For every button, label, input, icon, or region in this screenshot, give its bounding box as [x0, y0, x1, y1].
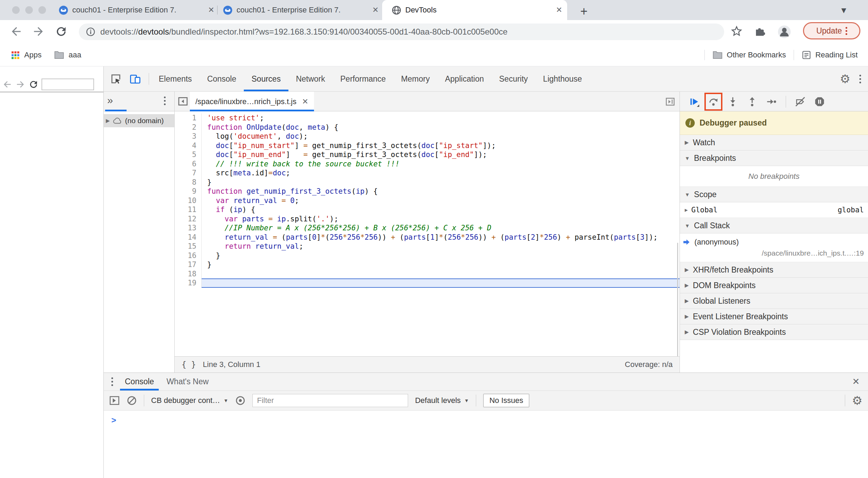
screencast-forward-icon[interactable] [15, 79, 26, 90]
navigator-item-no-domain[interactable]: ▶ (no domain) [104, 114, 174, 127]
gutter-line-number-14[interactable]: 14 [175, 233, 202, 242]
forward-icon[interactable] [32, 25, 45, 38]
code-scroll-area[interactable]: 1'use strict';2function OnUpdate(doc, me… [175, 111, 680, 356]
screencast-reload-icon[interactable] [28, 79, 39, 90]
tab-close-icon[interactable]: ✕ [372, 6, 379, 15]
gutter-line-number-19[interactable]: 19 [175, 278, 202, 288]
drawer-close-icon[interactable]: ✕ [852, 376, 860, 387]
gutter-line-number-18[interactable]: 18 [175, 269, 202, 279]
device-toolbar-icon[interactable] [129, 73, 141, 85]
file-tab-close-icon[interactable]: ✕ [302, 97, 308, 106]
code-line-2[interactable]: function OnUpdate(doc, meta) { [202, 123, 680, 132]
screencast-url-input[interactable] [41, 79, 94, 90]
browser-tab-2[interactable]: couch01 - Enterprise Edition 7. ✕ [223, 0, 379, 20]
section-watch[interactable]: ▶ Watch [680, 135, 868, 150]
gutter-line-number-17[interactable]: 17 [175, 260, 202, 269]
expander-icon[interactable]: ▶ [685, 313, 689, 320]
log-levels-selector[interactable]: Default levels ▼ [415, 396, 469, 405]
code-line-9[interactable]: function get_numip_first_3_octets(ip) { [202, 187, 680, 196]
devtools-tab-memory[interactable]: Memory [394, 66, 437, 91]
address-bar[interactable]: devtools://devtools/bundled/inspector.ht… [79, 24, 724, 40]
gutter-line-number-4[interactable]: 4 [175, 141, 202, 150]
browser-menu-icon[interactable] [846, 27, 847, 35]
gutter-line-number-13[interactable]: 13 [175, 223, 202, 233]
pretty-print-icon[interactable]: { } [182, 360, 196, 369]
code-line-17[interactable]: } [202, 260, 680, 269]
extensions-puzzle-icon[interactable] [754, 25, 766, 37]
console-context-selector[interactable]: CB debugger cont… ▼ [151, 396, 228, 405]
section-event-listener-breakpoints[interactable]: ▶ Event Listener Breakpoints [680, 309, 868, 324]
expander-icon[interactable]: ▶ [685, 207, 688, 213]
gutter-line-number-16[interactable]: 16 [175, 251, 202, 260]
code-line-5[interactable]: doc["ip_num_end"] = get_numip_first_3_oc… [202, 150, 680, 159]
code-line-14[interactable]: return_val = (parts[0]*(256*256*256)) + … [202, 233, 680, 242]
call-stack-frame[interactable]: (anonymous) /space/linuxbre…ich_ips.t.…:… [680, 233, 868, 262]
devtools-tab-security[interactable]: Security [491, 66, 535, 91]
page-info-icon[interactable] [86, 27, 95, 37]
code-line-10[interactable]: var return_val = 0; [202, 196, 680, 205]
gutter-line-number-8[interactable]: 8 [175, 178, 202, 187]
editor-scrollbar[interactable] [677, 243, 678, 356]
gutter-line-number-15[interactable]: 15 [175, 242, 202, 251]
no-issues-button[interactable]: No Issues [483, 394, 529, 407]
bookmark-star-icon[interactable] [730, 25, 743, 37]
drawer-tab-console[interactable]: Console [119, 373, 160, 390]
tab-close-icon[interactable]: ✕ [208, 6, 214, 15]
gutter-line-number-6[interactable]: 6 [175, 159, 202, 169]
section-scope[interactable]: ▼ Scope [680, 187, 868, 202]
code-line-7[interactable]: src[meta.id]=doc; [202, 168, 680, 178]
expander-icon[interactable]: ▶ [685, 282, 689, 288]
bookmark-apps[interactable]: Apps [10, 50, 41, 60]
window-close-button[interactable] [12, 6, 20, 14]
new-tab-button[interactable]: + [580, 4, 588, 19]
drawer-tab-whats-new[interactable]: What's New [160, 373, 215, 390]
devtools-tab-performance[interactable]: Performance [333, 66, 394, 91]
gutter-line-number-12[interactable]: 12 [175, 214, 202, 224]
devtools-settings-gear-icon[interactable]: ⚙ [840, 73, 850, 85]
bookmark-folder-aaa[interactable]: aaa [54, 50, 81, 59]
console-sidebar-toggle-icon[interactable] [109, 396, 120, 405]
code-line-1[interactable]: 'use strict'; [202, 113, 680, 123]
deactivate-breakpoints-button[interactable] [795, 96, 805, 107]
step-into-button[interactable] [728, 96, 738, 107]
open-drawer-icon[interactable] [665, 96, 675, 107]
code-line-8[interactable]: } [202, 178, 680, 187]
console-settings-gear-icon[interactable]: ⚙ [852, 395, 862, 406]
pause-on-exceptions-button[interactable] [814, 96, 825, 107]
gutter-line-number-1[interactable]: 1 [175, 113, 202, 123]
gutter-line-number-11[interactable]: 11 [175, 205, 202, 214]
gutter-line-number-9[interactable]: 9 [175, 187, 202, 196]
navigator-menu-icon[interactable] [164, 96, 166, 105]
devtools-tab-elements[interactable]: Elements [151, 66, 200, 91]
expander-icon[interactable]: ▼ [685, 192, 690, 197]
step-out-button[interactable] [747, 96, 757, 107]
expander-icon[interactable]: ▶ [685, 329, 689, 335]
browser-tab-devtools[interactable]: DevTools ✕ [382, 0, 567, 20]
expander-icon[interactable]: ▼ [685, 223, 690, 229]
section-call-stack[interactable]: ▼ Call Stack [680, 218, 868, 233]
console-prompt-icon[interactable]: > [111, 415, 116, 425]
devtools-tab-application[interactable]: Application [437, 66, 492, 91]
code-line-15[interactable]: return return_val; [202, 242, 680, 251]
clear-console-icon[interactable] [127, 395, 137, 406]
scope-global-row[interactable]: ▶ Global global [680, 202, 868, 218]
code-line-13[interactable]: //IP Number = A x (256*256*256) + B x (2… [202, 223, 680, 233]
chrome-update-button[interactable]: Update [803, 22, 860, 39]
gutter-line-number-5[interactable]: 5 [175, 150, 202, 159]
step-button[interactable] [766, 96, 777, 107]
console-filter-input[interactable] [252, 394, 408, 407]
screencast-back-icon[interactable] [2, 79, 12, 90]
resume-button[interactable] [689, 96, 699, 107]
drawer-menu-icon[interactable] [111, 377, 113, 386]
code-line-11[interactable]: if (ip) { [202, 205, 680, 214]
devtools-tab-lighthouse[interactable]: Lighthouse [535, 66, 590, 91]
step-over-button[interactable] [708, 96, 719, 107]
expander-icon[interactable]: ▶ [685, 139, 689, 146]
code-line-19[interactable] [202, 278, 680, 288]
expander-icon[interactable]: ▶ [685, 267, 689, 273]
window-minimize-button[interactable] [25, 6, 33, 14]
tab-search-icon[interactable]: ▼ [840, 6, 848, 15]
section-dom-breakpoints[interactable]: ▶ DOM Breakpoints [680, 278, 868, 293]
section-breakpoints[interactable]: ▼ Breakpoints [680, 150, 868, 166]
code-line-18[interactable] [202, 269, 680, 279]
